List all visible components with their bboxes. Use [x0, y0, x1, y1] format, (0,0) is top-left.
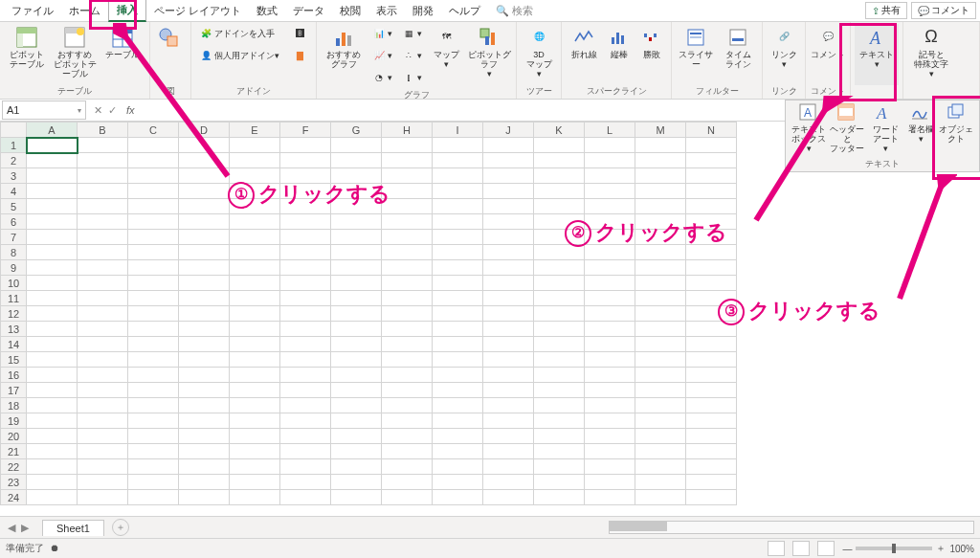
recommended-charts-button[interactable]: おすすめ グラフ — [321, 24, 367, 85]
cell-B3[interactable] — [78, 168, 128, 184]
cell-J9[interactable] — [483, 260, 534, 276]
cell-B12[interactable] — [78, 306, 128, 322]
cell-H1[interactable] — [382, 138, 433, 153]
cell-H24[interactable] — [382, 490, 433, 505]
cell-A12[interactable] — [27, 306, 78, 322]
cell-H14[interactable] — [382, 337, 433, 352]
cell-J4[interactable] — [483, 184, 534, 199]
cell-N21[interactable] — [686, 444, 737, 459]
cell-E6[interactable] — [230, 214, 280, 230]
row-header-11[interactable]: 11 — [1, 291, 27, 306]
cell-E19[interactable] — [230, 413, 280, 429]
cell-I8[interactable] — [433, 245, 483, 260]
cell-G12[interactable] — [331, 306, 382, 322]
people-graph-button[interactable]: ▇ — [289, 46, 312, 67]
cell-B14[interactable] — [78, 337, 128, 352]
cell-E9[interactable] — [230, 260, 280, 276]
row-header-16[interactable]: 16 — [1, 368, 27, 383]
link-button[interactable]: 🔗リンク▾ — [767, 24, 801, 85]
row-header-20[interactable]: 20 — [1, 429, 27, 444]
cell-E4[interactable] — [230, 184, 280, 199]
cell-M8[interactable] — [635, 245, 686, 260]
cell-B15[interactable] — [78, 352, 128, 368]
header-footer-button[interactable]: ヘッダーと フッター — [828, 102, 866, 156]
cell-I13[interactable] — [433, 322, 483, 337]
cell-A23[interactable] — [27, 475, 78, 490]
cell-J24[interactable] — [483, 490, 534, 505]
cell-N11[interactable] — [686, 291, 737, 306]
cell-E8[interactable] — [230, 245, 280, 260]
cell-L23[interactable] — [585, 475, 635, 490]
cell-F20[interactable] — [280, 429, 331, 444]
cell-C20[interactable] — [128, 429, 179, 444]
cell-B5[interactable] — [78, 199, 128, 214]
cell-J13[interactable] — [483, 322, 534, 337]
cell-B23[interactable] — [78, 475, 128, 490]
cell-H21[interactable] — [382, 444, 433, 459]
cell-F23[interactable] — [280, 475, 331, 490]
cell-C4[interactable] — [128, 184, 179, 199]
cell-E21[interactable] — [230, 444, 280, 459]
cell-N15[interactable] — [686, 352, 737, 368]
line-chart-button[interactable]: 📈▾ — [368, 46, 396, 67]
cell-G3[interactable] — [331, 168, 382, 184]
cell-A5[interactable] — [27, 199, 78, 214]
cell-D5[interactable] — [179, 199, 230, 214]
cell-N8[interactable] — [686, 245, 737, 260]
cell-H2[interactable] — [382, 153, 433, 168]
cell-M20[interactable] — [635, 429, 686, 444]
cell-C24[interactable] — [128, 490, 179, 505]
cell-D7[interactable] — [179, 230, 230, 245]
cell-G21[interactable] — [331, 444, 382, 459]
cell-E14[interactable] — [230, 337, 280, 352]
cell-K24[interactable] — [534, 490, 585, 505]
cell-D21[interactable] — [179, 444, 230, 459]
tab-developer[interactable]: 開発 — [405, 1, 441, 21]
view-pagebreak-button[interactable] — [817, 541, 835, 556]
cell-K23[interactable] — [534, 475, 585, 490]
cell-N4[interactable] — [686, 184, 737, 199]
cell-H7[interactable] — [382, 230, 433, 245]
cell-B11[interactable] — [78, 291, 128, 306]
cell-J12[interactable] — [483, 306, 534, 322]
cell-B9[interactable] — [78, 260, 128, 276]
cell-D16[interactable] — [179, 368, 230, 383]
cell-L24[interactable] — [585, 490, 635, 505]
cell-M13[interactable] — [635, 322, 686, 337]
cell-A9[interactable] — [27, 260, 78, 276]
cell-E15[interactable] — [230, 352, 280, 368]
cell-M22[interactable] — [635, 459, 686, 475]
cell-J21[interactable] — [483, 444, 534, 459]
cell-D23[interactable] — [179, 475, 230, 490]
cell-N13[interactable] — [686, 322, 737, 337]
cell-C8[interactable] — [128, 245, 179, 260]
col-header-F[interactable]: F — [280, 123, 331, 138]
cell-F16[interactable] — [280, 368, 331, 383]
cell-J19[interactable] — [483, 413, 534, 429]
cell-H23[interactable] — [382, 475, 433, 490]
row-header-15[interactable]: 15 — [1, 352, 27, 368]
cell-L19[interactable] — [585, 413, 635, 429]
cell-A18[interactable] — [27, 398, 78, 413]
cell-E16[interactable] — [230, 368, 280, 383]
cell-D15[interactable] — [179, 352, 230, 368]
cell-G22[interactable] — [331, 459, 382, 475]
cell-F3[interactable] — [280, 168, 331, 184]
cell-J5[interactable] — [483, 199, 534, 214]
cell-J22[interactable] — [483, 459, 534, 475]
pivotchart-button[interactable]: ピボットグラフ▾ — [466, 24, 512, 85]
symbols-button[interactable]: Ω記号と 特殊文字▾ — [907, 24, 955, 85]
cell-G10[interactable] — [331, 276, 382, 291]
cell-A3[interactable] — [27, 168, 78, 184]
cell-A6[interactable] — [27, 214, 78, 230]
cell-A14[interactable] — [27, 337, 78, 352]
cell-N7[interactable] — [686, 230, 737, 245]
cell-J14[interactable] — [483, 337, 534, 352]
3dmap-button[interactable]: 🌐3D マップ▾ — [521, 24, 557, 85]
cell-N9[interactable] — [686, 260, 737, 276]
cell-M4[interactable] — [635, 184, 686, 199]
cell-N12[interactable] — [686, 306, 737, 322]
cell-D10[interactable] — [179, 276, 230, 291]
cell-C22[interactable] — [128, 459, 179, 475]
cell-G13[interactable] — [331, 322, 382, 337]
